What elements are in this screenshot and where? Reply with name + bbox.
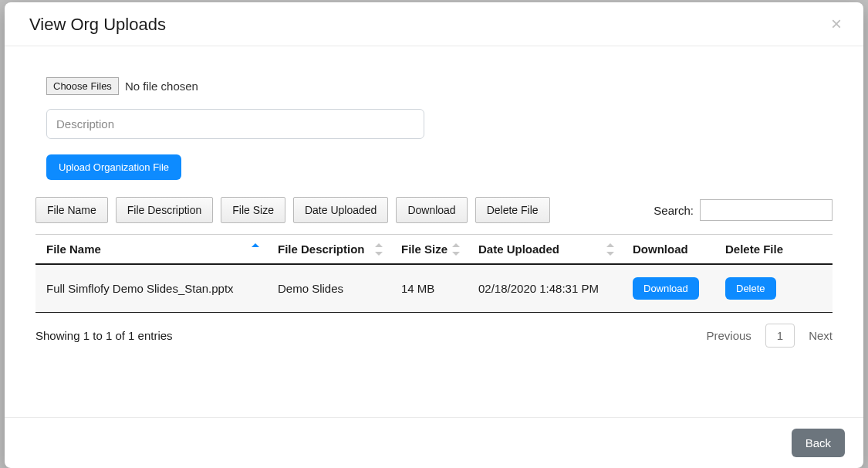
th-file-description[interactable]: File Description xyxy=(267,235,390,265)
current-page[interactable]: 1 xyxy=(765,324,795,348)
next-page-link[interactable]: Next xyxy=(809,329,833,342)
modal-title: View Org Uploads xyxy=(29,15,166,35)
column-visibility-toolbar: File Name File Description File Size Dat… xyxy=(35,197,833,223)
modal-footer: Back xyxy=(5,417,863,468)
th-date-uploaded[interactable]: Date Uploaded xyxy=(468,235,622,265)
sort-icon xyxy=(606,243,614,256)
cell-delete: Delete xyxy=(714,264,833,313)
sort-icon xyxy=(252,243,259,256)
table-header-row: File Name File Description File Siz xyxy=(35,235,833,265)
download-button[interactable]: Download xyxy=(633,277,699,300)
cell-file-size: 14 MB xyxy=(390,264,468,313)
th-file-description-label: File Description xyxy=(278,242,365,256)
th-delete-file: Delete File xyxy=(714,235,833,265)
cell-date-uploaded: 02/18/2020 1:48:31 PM xyxy=(468,264,622,313)
th-file-name-label: File Name xyxy=(46,242,101,256)
sort-desc-icon xyxy=(375,252,383,256)
th-file-size-label: File Size xyxy=(401,242,448,256)
sort-asc-icon xyxy=(452,243,460,247)
modal-header: View Org Uploads × xyxy=(5,2,863,46)
modal-dialog: View Org Uploads × Choose Files No file … xyxy=(5,2,863,468)
colvis-date-uploaded-button[interactable]: Date Uploaded xyxy=(293,197,388,223)
cell-file-description: Demo Slides xyxy=(267,264,390,313)
sort-asc-icon xyxy=(375,243,383,247)
th-file-size[interactable]: File Size xyxy=(390,235,468,265)
pagination: Previous 1 Next xyxy=(706,324,833,348)
delete-button[interactable]: Delete xyxy=(725,277,776,300)
th-delete-file-label: Delete File xyxy=(725,242,783,256)
no-file-chosen-text: No file chosen xyxy=(125,80,198,93)
table-footer: Showing 1 to 1 of 1 entries Previous 1 N… xyxy=(35,313,833,348)
table-row: Full Simflofy Demo Slides_Stan.pptx Demo… xyxy=(35,264,833,313)
colvis-delete-file-button[interactable]: Delete File xyxy=(475,197,550,223)
sort-asc-icon xyxy=(606,243,614,247)
sort-desc-icon xyxy=(606,252,614,256)
search-label: Search: xyxy=(654,204,694,217)
search-input[interactable] xyxy=(700,199,833,221)
sort-icon xyxy=(452,243,460,256)
cell-file-name: Full Simflofy Demo Slides_Stan.pptx xyxy=(35,264,267,313)
sort-icon xyxy=(375,243,383,256)
modal-body: Choose Files No file chosen Upload Organ… xyxy=(5,46,863,417)
close-icon[interactable]: × xyxy=(828,15,845,33)
file-chooser-row: Choose Files No file chosen xyxy=(35,77,833,95)
search-wrap: Search: xyxy=(654,199,833,221)
colvis-download-button[interactable]: Download xyxy=(396,197,467,223)
th-date-uploaded-label: Date Uploaded xyxy=(478,242,559,256)
choose-files-button[interactable]: Choose Files xyxy=(46,77,119,95)
colvis-file-description-button[interactable]: File Description xyxy=(116,197,213,223)
description-input[interactable] xyxy=(46,109,424,139)
th-download: Download xyxy=(622,235,714,265)
colvis-file-size-button[interactable]: File Size xyxy=(221,197,285,223)
sort-desc-icon xyxy=(452,252,460,256)
previous-page-link[interactable]: Previous xyxy=(706,329,751,342)
sort-asc-icon xyxy=(252,243,259,247)
upload-organization-file-button[interactable]: Upload Organization File xyxy=(46,154,181,180)
back-button[interactable]: Back xyxy=(792,429,845,457)
cell-download: Download xyxy=(622,264,714,313)
colvis-file-name-button[interactable]: File Name xyxy=(35,197,108,223)
th-file-name[interactable]: File Name xyxy=(35,235,267,265)
th-download-label: Download xyxy=(633,242,688,256)
uploads-table: File Name File Description File Siz xyxy=(35,234,833,313)
table-info-text: Showing 1 to 1 of 1 entries xyxy=(35,329,173,342)
